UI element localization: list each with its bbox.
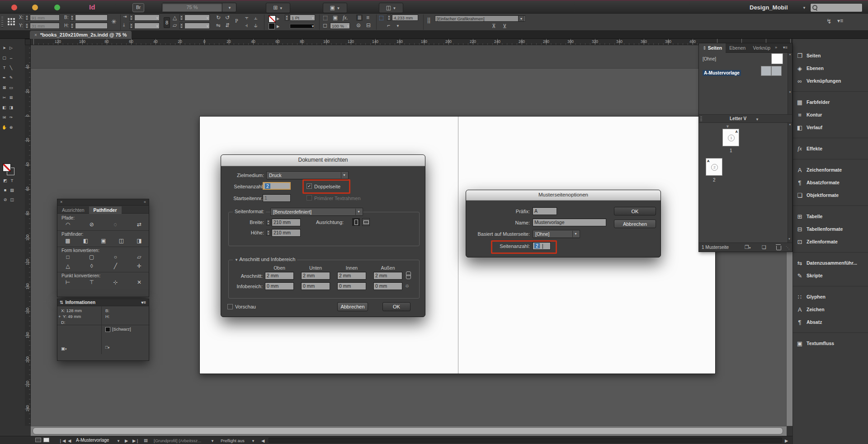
frame-tool[interactable]: ⊠ bbox=[1, 83, 8, 93]
dock-item-farbfelder[interactable]: ▦Farbfelder bbox=[793, 96, 868, 108]
panel-drag-handle[interactable] bbox=[1, 17, 3, 28]
orientation-landscape-button[interactable] bbox=[362, 218, 370, 226]
workspace-dropdown-arrow-icon[interactable]: ▼ bbox=[802, 6, 806, 10]
info-fill-proxy-icon[interactable]: ▣▾ bbox=[61, 346, 67, 351]
x-field[interactable]: 91 mm bbox=[30, 14, 60, 21]
new-page-icon[interactable]: ❏ bbox=[762, 244, 766, 250]
horizontal-scrollbar[interactable] bbox=[31, 426, 787, 436]
chevron-down-icon[interactable]: ▼ bbox=[117, 439, 120, 443]
seitenanzahl-input[interactable]: 2 bbox=[263, 182, 291, 190]
page-2-label[interactable]: 2 bbox=[713, 178, 716, 182]
next-page-icon[interactable]: ▶ bbox=[125, 438, 128, 443]
chevron-down-icon[interactable]: ▼ bbox=[206, 16, 209, 20]
y-stepper[interactable]: ▲▼ bbox=[25, 23, 29, 29]
window-minimize-button[interactable] bbox=[32, 5, 38, 10]
gradient-tool[interactable]: ◧ bbox=[1, 103, 8, 112]
go-to-child-icon[interactable]: ⫝ bbox=[254, 22, 257, 28]
polygon-icon[interactable]: ▱ bbox=[134, 254, 144, 260]
tab-ausrichten[interactable]: Ausrichten bbox=[57, 206, 89, 214]
ellipse-icon[interactable]: ○ bbox=[110, 254, 120, 260]
scroll-right-icon[interactable]: ▶ bbox=[785, 438, 788, 443]
dock-item-verknuepfungen[interactable]: ∞Verknüpfungen bbox=[793, 75, 868, 87]
rotation-stepper[interactable]: ▲▼ bbox=[179, 14, 184, 21]
infobereich-aussen-input[interactable]: 0 mm bbox=[373, 282, 402, 290]
fx-menu-icon[interactable]: fx. bbox=[343, 14, 348, 21]
zielmedium-dropdown[interactable]: Druck▼ bbox=[266, 171, 349, 179]
link-values-icon[interactable] bbox=[406, 275, 411, 279]
apply-gradient-icon[interactable]: ▨ bbox=[9, 186, 15, 195]
rotate-ccw-icon[interactable]: ↺ bbox=[225, 14, 230, 21]
apply-none-icon[interactable]: ⊘ bbox=[2, 195, 9, 205]
master-a-item[interactable]: A-Mustervorlage bbox=[703, 70, 741, 76]
ok-button[interactable]: OK bbox=[614, 207, 656, 215]
height-stepper[interactable]: ▲▼ bbox=[70, 23, 74, 29]
panel-menu-icon[interactable]: ▾≡ bbox=[141, 299, 146, 306]
orientation-portrait-button[interactable] bbox=[352, 218, 360, 226]
symmetrical-point-icon[interactable]: ✕ bbox=[134, 279, 144, 285]
vertical-ruler[interactable]: 4020020406080100120140160180200220240 bbox=[25, 45, 31, 426]
horizontal-scrollbar-thumb[interactable] bbox=[33, 427, 783, 435]
page-size-bar[interactable]: Letter V ▼ bbox=[699, 114, 792, 123]
wrap-none-icon[interactable]: ≣ bbox=[356, 14, 363, 21]
dock-item-zeichenformate[interactable]: AZeichenformate bbox=[793, 164, 868, 176]
master-a-thumbnail-left[interactable] bbox=[761, 66, 771, 76]
cancel-button[interactable]: Abbrechen bbox=[337, 302, 368, 311]
panel-collapse-icon[interactable]: ⇕ bbox=[703, 45, 707, 51]
screen-mode-button[interactable]: ▣ ▼ bbox=[323, 3, 347, 13]
master-options-icon[interactable]: ⊻ bbox=[503, 23, 507, 29]
scissors-tool[interactable]: ✂ bbox=[1, 93, 8, 103]
dock-item-datenzusammenfuehrung[interactable]: ⇆Datenzusammenführ... bbox=[793, 257, 868, 269]
line-shape-icon[interactable]: ╱ bbox=[110, 263, 120, 269]
page-1-thumbnail[interactable]: A 1 bbox=[722, 129, 739, 146]
width-stepper[interactable]: ▲▼ bbox=[70, 14, 74, 21]
hand-tool[interactable]: ✋ bbox=[1, 123, 8, 132]
unlink-values-icon[interactable]: ☼ bbox=[405, 282, 410, 289]
close-icon[interactable]: × bbox=[60, 200, 62, 204]
seitenformat-dropdown[interactable]: [Benutzerdefiniert]▼ bbox=[270, 208, 363, 216]
width-field[interactable] bbox=[75, 14, 108, 21]
chevron-down-icon[interactable]: ▼ bbox=[156, 24, 159, 28]
breite-stepper[interactable]: ▲▼ bbox=[266, 219, 270, 225]
intersect-icon[interactable]: ▣ bbox=[99, 238, 108, 244]
cancel-button[interactable]: Abbrechen bbox=[614, 220, 656, 228]
tab-seiten[interactable]: ⇕ Seiten bbox=[699, 43, 726, 53]
height-field[interactable] bbox=[75, 23, 108, 29]
infobereich-unten-input[interactable]: 0 mm bbox=[301, 282, 330, 290]
view-options-button[interactable]: ⊞ ▼ bbox=[266, 3, 290, 13]
pages-scrollbar[interactable]: ▲ bbox=[788, 123, 792, 243]
smooth-point-icon[interactable]: ⊹ bbox=[110, 279, 120, 285]
collapse-panels-icon[interactable]: » bbox=[775, 45, 777, 50]
page-1-label[interactable]: 1 bbox=[730, 148, 732, 153]
screen-mode-normal-icon[interactable] bbox=[35, 438, 41, 442]
preflight-status-menu[interactable]: Preflight aus bbox=[221, 438, 245, 443]
anschnitt-aussen-input[interactable]: 2 mm bbox=[373, 272, 402, 280]
scale-x-stepper[interactable]: ▲▼ bbox=[129, 14, 133, 21]
zoom-tool[interactable]: ⊕ bbox=[8, 123, 14, 132]
type-tool[interactable]: T bbox=[1, 63, 8, 73]
chevron-down-icon[interactable]: ▼ bbox=[311, 24, 315, 28]
page-navigation-dropdown[interactable]: A-Mustervorlage bbox=[76, 438, 109, 443]
triangle-icon[interactable]: △ bbox=[63, 263, 73, 269]
triangle-down-icon[interactable]: ▼ bbox=[235, 258, 239, 262]
minus-back-icon[interactable]: ◨ bbox=[134, 238, 144, 244]
chevron-down-icon[interactable]: ▼ bbox=[251, 439, 255, 443]
last-page-icon[interactable]: ▶❘ bbox=[132, 438, 139, 443]
object-style-dropdown-icon[interactable]: ▼ bbox=[518, 15, 524, 22]
window-arrange-button[interactable]: ◫ ▼ bbox=[379, 3, 403, 13]
shear-stepper[interactable]: ▲▼ bbox=[179, 23, 184, 29]
wrap-bounding-box-icon[interactable]: ≡ bbox=[366, 14, 369, 21]
dock-item-ebenen[interactable]: ◈Ebenen bbox=[793, 62, 868, 75]
search-input[interactable] bbox=[810, 3, 863, 12]
y-field[interactable]: 31 mm bbox=[30, 23, 60, 29]
select-container-icon[interactable]: P bbox=[235, 18, 238, 24]
chevron-down-icon[interactable]: ▼ bbox=[396, 24, 400, 28]
chevron-down-icon[interactable]: ▼ bbox=[211, 439, 214, 443]
plain-point-icon[interactable]: ⊢ bbox=[63, 279, 73, 285]
hexagon-icon[interactable]: ◊ bbox=[87, 263, 97, 269]
screen-mode-preview-icon[interactable] bbox=[43, 438, 49, 442]
window-zoom-button[interactable] bbox=[54, 5, 60, 10]
horizontal-ruler[interactable]: 1201008060402002040608010012014016018020… bbox=[31, 39, 793, 45]
master-none-thumbnail[interactable] bbox=[771, 53, 783, 64]
link-scale-icon[interactable]: 8 bbox=[164, 17, 170, 28]
masters-scrollbar[interactable]: ▲▼ bbox=[788, 53, 792, 114]
